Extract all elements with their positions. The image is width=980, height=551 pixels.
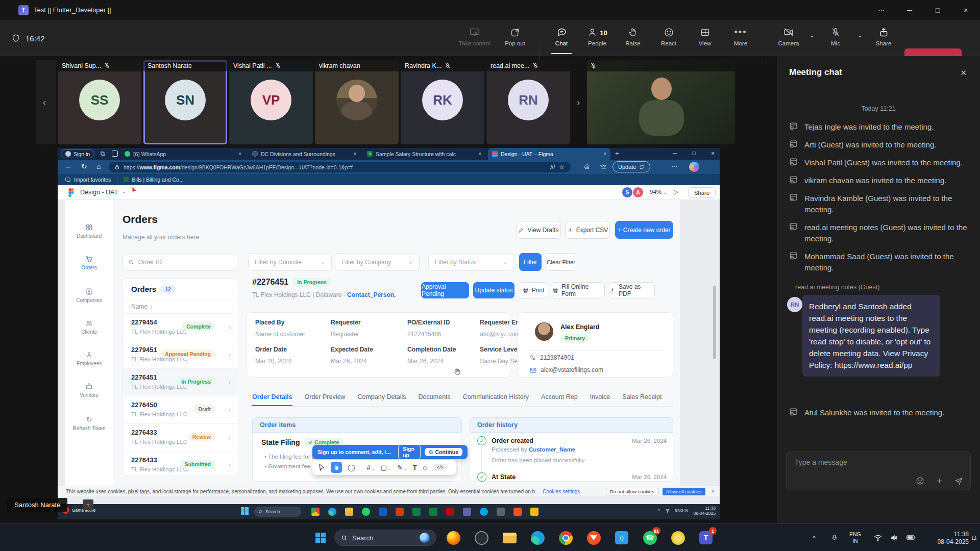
pop-out-button[interactable]: Pop out: [498, 24, 532, 53]
pinned-app-icon[interactable]: [480, 508, 488, 516]
tab-invoice[interactable]: Invoice: [590, 393, 610, 405]
order-row[interactable]: 2276433TL Flex Holdings LLCSubmitted›: [123, 452, 238, 476]
pinned-app-icon[interactable]: [412, 508, 421, 516]
pinned-app-icon[interactable]: [396, 508, 404, 516]
contact-email[interactable]: alex@vstatefilings.com: [541, 366, 603, 373]
react-button[interactable]: React: [651, 24, 686, 53]
order-row[interactable]: 2276450TL Flex Holdings LLCDraft›: [123, 396, 238, 424]
browser-tab[interactable]: DC Divisions and Surroundings×: [248, 148, 360, 160]
column-header-name[interactable]: Name: [131, 303, 148, 310]
taskbar-app-brave[interactable]: [583, 528, 604, 548]
fill-online-form-button[interactable]: Fill Online Form: [552, 282, 605, 298]
tab-account-rep[interactable]: Account Rep: [541, 393, 578, 405]
participant-tile[interactable]: SS Shivani Sup...: [58, 60, 141, 144]
window-maximize-button[interactable]: □: [928, 6, 947, 15]
tray-language-indicator[interactable]: ENGIN: [849, 531, 861, 544]
taskbar-app-chrome[interactable]: [555, 528, 576, 548]
sidebar-item-dashboard[interactable]: Dashboard: [65, 223, 113, 239]
present-play-icon[interactable]: ▷: [674, 188, 678, 195]
participant-tile[interactable]: RK Ravindra K...: [401, 60, 484, 144]
shared-lang-indicator[interactable]: ENG IN: [675, 509, 689, 513]
browser-minimize-icon[interactable]: ─: [673, 150, 677, 156]
order-row-selected[interactable]: 2276451TL Flex Holdings LLCIn Progress›: [123, 369, 238, 396]
clear-filter-button[interactable]: Clear Filter: [546, 253, 576, 271]
window-minimize-button[interactable]: ─: [900, 6, 919, 15]
contact-phone[interactable]: 2123874901: [540, 354, 574, 361]
bookmark-import-favorites[interactable]: Import favorites: [74, 177, 111, 183]
frame-tool-icon[interactable]: # ⌄: [367, 464, 375, 471]
pinned-app-icon[interactable]: [513, 508, 522, 516]
browser-close-icon[interactable]: ×: [711, 150, 715, 157]
read-aloud-icon[interactable]: A): [550, 163, 555, 170]
close-cookie-icon[interactable]: ×: [712, 488, 715, 494]
canvas-scrollbar[interactable]: [713, 286, 716, 359]
pinned-app-icon[interactable]: [345, 508, 353, 516]
figma-logo-icon[interactable]: [68, 188, 74, 197]
dev-mode-toggle-icon[interactable]: </>: [433, 464, 447, 471]
send-message-icon[interactable]: [954, 477, 963, 485]
browser-tab[interactable]: XSample Salary Structure with calc×: [363, 148, 485, 160]
participant-tile[interactable]: RN read.ai mee...: [486, 60, 570, 144]
collaborator-avatar[interactable]: S: [622, 187, 633, 198]
browser-menu-icon[interactable]: ⋯: [671, 163, 678, 170]
close-chat-icon[interactable]: ✕: [960, 68, 967, 78]
participant-tile-video[interactable]: [587, 60, 735, 144]
tab-sales-receipt[interactable]: Sales Receipt: [622, 393, 662, 405]
update-browser-button[interactable]: Update: [612, 161, 650, 172]
figma-file-name[interactable]: Design - UAT: [80, 189, 118, 196]
participant-tile[interactable]: vikram chavan: [315, 60, 399, 144]
close-tab-icon[interactable]: ×: [353, 151, 356, 157]
shape-tool-icon[interactable]: ▢ ⌄: [381, 464, 391, 471]
refresh-icon[interactable]: ↻: [81, 162, 87, 170]
shared-search-label[interactable]: Search: [265, 509, 280, 514]
taskbar-app-vscode[interactable]: ⟨⟩: [611, 528, 632, 548]
pinned-app-icon[interactable]: [429, 508, 437, 516]
emoji-icon[interactable]: [916, 477, 924, 485]
sort-desc-icon[interactable]: ↓: [150, 303, 153, 310]
mic-options-chevron-icon[interactable]: ⌄: [857, 32, 863, 39]
sidebar-item-vendors[interactable]: Vendors: [65, 383, 113, 398]
sidebar-item-orders[interactable]: Orders: [65, 255, 113, 270]
copilot-icon[interactable]: [689, 162, 699, 172]
move-tool-icon[interactable]: [318, 464, 325, 471]
participant-tile[interactable]: VP Vishal Patil ...: [229, 60, 313, 144]
camera-options-chevron-icon[interactable]: ⌄: [810, 32, 815, 39]
workspaces-icon[interactable]: ⧉: [101, 150, 105, 157]
pinned-app-icon[interactable]: [530, 508, 538, 516]
tray-notifications-bell-icon[interactable]: [971, 534, 977, 541]
browser-profile-button[interactable]: Sign in: [61, 149, 94, 158]
deny-cookies-button[interactable]: Do not allow cookies: [606, 488, 658, 495]
filter-status-dropdown[interactable]: Filter by Status⌄: [428, 253, 514, 271]
order-row[interactable]: 2279451TL Flex Holdings LLCApproval Pend…: [123, 341, 238, 369]
browser-tab[interactable]: (6) WhatsApp×: [120, 148, 246, 160]
taskbar-app-whatsapp[interactable]: ☎81: [640, 528, 660, 548]
attach-plus-icon[interactable]: +: [937, 477, 942, 485]
tab-company-details[interactable]: Company Details: [357, 393, 406, 405]
close-tab-icon[interactable]: ×: [603, 151, 606, 157]
print-button[interactable]: Print: [519, 282, 548, 298]
approval-pending-button[interactable]: Approval Pending: [421, 282, 469, 298]
customer-name-link[interactable]: Customer_Name: [529, 446, 575, 453]
tab-order-details[interactable]: Order Details: [252, 393, 292, 406]
raise-hand-button[interactable]: Raise: [616, 24, 650, 53]
sign-up-button[interactable]: Sign up: [398, 444, 421, 460]
pinned-app-icon[interactable]: [328, 508, 336, 516]
sidebar-item-refresh-token[interactable]: ↻Refresh Token: [65, 415, 113, 431]
tab-order-preview[interactable]: Order Preview: [305, 393, 346, 405]
sidebar-item-companies[interactable]: Companies: [65, 288, 113, 303]
view-drafts-button[interactable]: View Drafts: [516, 221, 561, 239]
pinned-app-icon[interactable]: [311, 508, 320, 516]
comment-tool-icon[interactable]: ◯: [348, 464, 355, 471]
taskbar-search[interactable]: Search: [334, 530, 436, 546]
favorite-star-icon[interactable]: ☆: [559, 164, 565, 171]
new-tab-button[interactable]: +: [615, 149, 619, 157]
zoom-level[interactable]: 94%: [650, 189, 662, 195]
google-continue-button[interactable]: GContinue: [425, 448, 462, 456]
window-more-icon[interactable]: ⋯: [872, 6, 891, 15]
start-button[interactable]: [310, 528, 331, 548]
mic-button[interactable]: Mic: [819, 24, 852, 53]
pinned-app-icon[interactable]: [497, 508, 505, 516]
cookie-settings-link[interactable]: Cookies settings: [543, 489, 580, 494]
home-icon[interactable]: ⌂: [96, 162, 101, 170]
taskbar-app-explorer[interactable]: [499, 528, 520, 548]
